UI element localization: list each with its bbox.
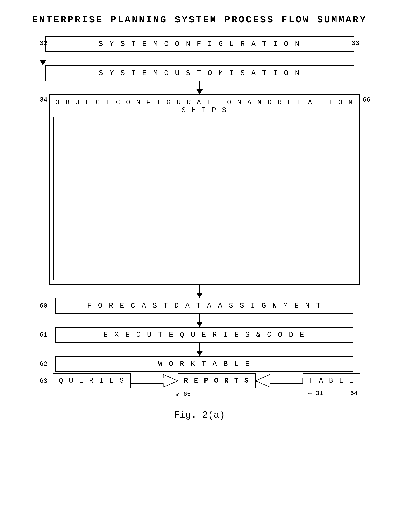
- ref-60: 60: [40, 302, 47, 310]
- arrow-5: [40, 343, 360, 356]
- ref-34: 34: [40, 96, 47, 104]
- left-arrow-hollow: [256, 374, 303, 388]
- ref-61: 61: [40, 331, 47, 339]
- arrow-4: [40, 314, 360, 327]
- reports-box: R E P O R T S: [178, 373, 255, 388]
- ref-65: ↙ 65: [176, 390, 191, 398]
- work-table-box: W O R K T A B L E: [55, 356, 353, 372]
- queries-box: Q U E R I E S: [53, 373, 131, 388]
- system-custom-box: S Y S T E M C U S T O M I S A T I O N: [45, 65, 354, 81]
- diagram-wrapper: 32 S Y S T E M C O N F I G U R A T I O N…: [22, 36, 377, 421]
- ref-66: 66: [362, 96, 370, 104]
- table-box: T A B L E: [303, 373, 360, 388]
- system-config-box: S Y S T E M C O N F I G U R A T I O N: [45, 36, 354, 52]
- object-config-outer-box: O B J E C T C O N F I G U R A T I O N A …: [49, 94, 360, 285]
- ref-31: ← 31: [308, 390, 323, 397]
- arrow-2: [40, 81, 360, 94]
- right-arrow-hollow: [131, 374, 178, 388]
- page: ENTERPRISE PLANNING SYSTEM PROCESS FLOW …: [0, 0, 399, 532]
- figure-caption: Fig. 2(a): [174, 410, 225, 421]
- ref-32: 32: [40, 39, 47, 47]
- forecast-data-box: F O R E C A S T D A T A A S S I G N M E …: [55, 298, 353, 314]
- ref-63: 63: [40, 377, 47, 385]
- execute-queries-box: E X E C U T E Q U E R I E S & C O D E: [55, 327, 353, 343]
- ref-64: 64: [350, 390, 358, 397]
- arrow-1: [40, 52, 360, 65]
- arrow-3: [40, 285, 360, 298]
- main-title: ENTERPRISE PLANNING SYSTEM PROCESS FLOW …: [22, 14, 377, 25]
- svg-marker-1: [256, 374, 303, 387]
- ref-62: 62: [40, 360, 47, 368]
- object-config-label: O B J E C T C O N F I G U R A T I O N A …: [53, 99, 355, 114]
- ref-33: 33: [352, 39, 359, 47]
- object-config-inner-box: [53, 117, 355, 280]
- svg-marker-0: [131, 374, 178, 387]
